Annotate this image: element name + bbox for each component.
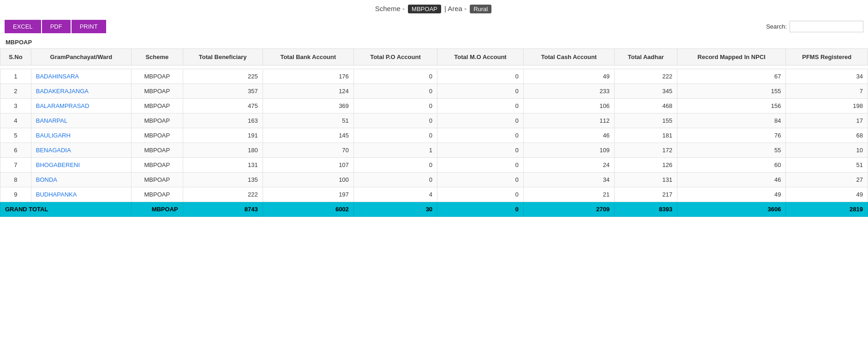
- cell-beneficiary: 180: [183, 143, 263, 158]
- grand-total-mo: 0: [437, 202, 524, 217]
- cell-scheme: MBPOAP: [131, 84, 183, 99]
- grand-total-row: GRAND TOTAL MBPOAP 8743 6002 30 0 2709 8…: [0, 202, 868, 217]
- cell-sno: 4: [0, 113, 31, 128]
- col-total-cash: Total Cash Account: [523, 49, 614, 66]
- col-npci: Record Mapped In NPCI: [677, 49, 786, 66]
- cell-po: 0: [353, 158, 437, 173]
- cell-sno: 5: [0, 128, 31, 143]
- col-gram: GramPanchayat/Ward: [31, 49, 131, 66]
- cell-pfms: 198: [786, 99, 868, 113]
- cell-aadhar: 217: [614, 187, 677, 202]
- cell-mo: 0: [437, 173, 524, 187]
- name-link[interactable]: BADAHINSARA: [36, 73, 79, 80]
- cell-bank: 107: [263, 158, 353, 173]
- cell-sno: 7: [0, 158, 31, 173]
- cell-pfms: 68: [786, 128, 868, 143]
- cell-name: BALARAMPRASAD: [31, 99, 131, 113]
- header-bar: Scheme - MBPOAP | Area - Rural: [0, 0, 868, 16]
- search-label: Search:: [766, 23, 787, 30]
- cell-mo: 0: [437, 84, 524, 99]
- cell-po: 4: [353, 187, 437, 202]
- grand-total-cash: 2709: [523, 202, 614, 217]
- cell-mo: 0: [437, 158, 524, 173]
- cell-sno: 9: [0, 187, 31, 202]
- cell-bank: 197: [263, 187, 353, 202]
- cell-cash: 21: [523, 187, 614, 202]
- cell-cash: 34: [523, 173, 614, 187]
- grand-total-bank: 6002: [263, 202, 353, 217]
- table-row: 1 BADAHINSARA MBPOAP 225 176 0 0 49 222 …: [0, 69, 868, 84]
- cell-aadhar: 172: [614, 143, 677, 158]
- toolbar: EXCEL PDF PRINT Search:: [0, 16, 868, 37]
- name-link[interactable]: BADAKERAJANGA: [36, 88, 89, 95]
- search-input[interactable]: [790, 21, 863, 32]
- cell-beneficiary: 135: [183, 173, 263, 187]
- cell-beneficiary: 163: [183, 113, 263, 128]
- cell-scheme: MBPOAP: [131, 173, 183, 187]
- cell-po: 0: [353, 99, 437, 113]
- cell-bank: 70: [263, 143, 353, 158]
- name-link[interactable]: BAULIGARH: [36, 132, 71, 139]
- cell-name: BAULIGARH: [31, 128, 131, 143]
- cell-mo: 0: [437, 143, 524, 158]
- grand-total-scheme: MBPOAP: [131, 202, 183, 217]
- cell-sno: 8: [0, 173, 31, 187]
- cell-aadhar: 468: [614, 99, 677, 113]
- table-row: 7 BHOGABERENI MBPOAP 131 107 0 0 24 126 …: [0, 158, 868, 173]
- cell-bank: 369: [263, 99, 353, 113]
- cell-cash: 233: [523, 84, 614, 99]
- name-link[interactable]: BANARPAL: [36, 117, 67, 124]
- cell-npci: 84: [677, 113, 786, 128]
- grand-total-aadhar: 8393: [614, 202, 677, 217]
- grand-total-po: 30: [353, 202, 437, 217]
- pdf-button[interactable]: PDF: [42, 20, 71, 33]
- cell-scheme: MBPOAP: [131, 128, 183, 143]
- name-link[interactable]: BONDA: [36, 176, 57, 183]
- grand-total-npci: 3606: [677, 202, 786, 217]
- cell-name: BONDA: [31, 173, 131, 187]
- name-link[interactable]: BUDHAPANKA: [36, 191, 77, 198]
- area-badge: Rural: [470, 5, 491, 13]
- cell-po: 0: [353, 69, 437, 84]
- table-container: S.No GramPanchayat/Ward Scheme Total Ben…: [0, 48, 868, 217]
- table-row: 6 BENAGADIA MBPOAP 180 70 1 0 109 172 55…: [0, 143, 868, 158]
- name-link[interactable]: BALARAMPRASAD: [36, 102, 90, 109]
- area-label: | Area -: [444, 5, 467, 12]
- cell-pfms: 17: [786, 113, 868, 128]
- cell-sno: 6: [0, 143, 31, 158]
- cell-cash: 109: [523, 143, 614, 158]
- cell-npci: 60: [677, 158, 786, 173]
- name-link[interactable]: BHOGABERENI: [36, 161, 80, 168]
- cell-bank: 100: [263, 173, 353, 187]
- cell-bank: 176: [263, 69, 353, 84]
- excel-button[interactable]: EXCEL: [5, 20, 41, 33]
- table-row: 8 BONDA MBPOAP 135 100 0 0 34 131 46 27: [0, 173, 868, 187]
- cell-aadhar: 181: [614, 128, 677, 143]
- cell-name: BADAKERAJANGA: [31, 84, 131, 99]
- table-header-row: S.No GramPanchayat/Ward Scheme Total Ben…: [0, 49, 868, 66]
- cell-name: BADAHINSARA: [31, 69, 131, 84]
- cell-mo: 0: [437, 187, 524, 202]
- cell-mo: 0: [437, 69, 524, 84]
- cell-npci: 155: [677, 84, 786, 99]
- cell-po: 0: [353, 128, 437, 143]
- print-button[interactable]: PRINT: [72, 20, 106, 33]
- scheme-label: Scheme -: [375, 5, 405, 12]
- cell-beneficiary: 357: [183, 84, 263, 99]
- table-header-spacer: [0, 66, 868, 69]
- data-table: S.No GramPanchayat/Ward Scheme Total Ben…: [0, 48, 868, 217]
- cell-cash: 24: [523, 158, 614, 173]
- cell-sno: 2: [0, 84, 31, 99]
- cell-pfms: 34: [786, 69, 868, 84]
- name-link[interactable]: BENAGADIA: [36, 147, 71, 154]
- col-scheme: Scheme: [131, 49, 183, 66]
- cell-po: 0: [353, 113, 437, 128]
- table-row: 2 BADAKERAJANGA MBPOAP 357 124 0 0 233 3…: [0, 84, 868, 99]
- col-total-bank: Total Bank Account: [263, 49, 353, 66]
- scheme-name: MBPOAP: [0, 37, 868, 48]
- cell-sno: 1: [0, 69, 31, 84]
- cell-scheme: MBPOAP: [131, 187, 183, 202]
- cell-bank: 145: [263, 128, 353, 143]
- cell-po: 0: [353, 84, 437, 99]
- cell-name: BENAGADIA: [31, 143, 131, 158]
